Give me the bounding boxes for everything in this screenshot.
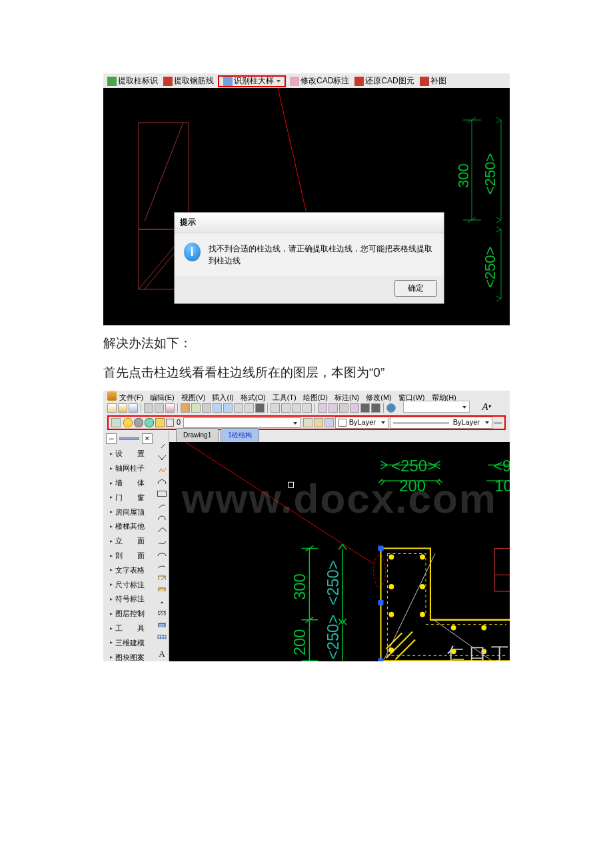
toolbar-separator [383,403,384,413]
copy-icon[interactable] [181,403,190,413]
tb-recognize-column-detail[interactable]: 识别柱大样 [218,75,286,87]
sidebar-item[interactable]: 剖 面 [103,549,155,563]
line-icon[interactable] [157,443,167,448]
restore-icon [354,77,364,86]
svg-point-56 [451,625,456,631]
zoome-icon[interactable] [281,403,291,413]
sidebar-item[interactable]: 三维建模 [103,636,155,651]
point-icon[interactable] [157,598,167,603]
supplement-icon [420,77,429,86]
rect-icon[interactable] [157,491,167,497]
layer-plot-icon[interactable] [155,418,165,427]
make-block-icon[interactable] [157,587,167,592]
tab-drawing1[interactable]: Drawing1 [176,428,219,442]
circle-icon[interactable] [157,515,167,520]
shot1-cad-canvas: 300 <250> <250> 提示 [103,88,510,325]
polyline-icon[interactable] [157,467,167,472]
dialog-ok-button[interactable]: 确定 [394,280,437,297]
sidebar-close-icon[interactable]: ✕ [142,433,153,444]
layer-iso-icon[interactable] [324,418,334,427]
tab-active[interactable]: 1砼结构 [221,428,259,442]
zoom-icon[interactable] [245,403,254,413]
tb-extract-column-id[interactable]: 提取柱标识 [106,74,159,89]
region-icon[interactable] [157,622,167,627]
angle-250b: <250> [324,615,342,660]
svg-point-27 [158,553,166,556]
tb-supplement[interactable]: 补图 [418,74,448,89]
table-icon[interactable] [157,634,167,639]
text-style-combo[interactable] [403,401,470,413]
svg-line-41 [176,442,374,564]
svg-line-18 [496,296,501,299]
tb-label: 还原CAD图元 [365,74,414,89]
layer-icon[interactable] [318,403,327,413]
svg-line-35 [162,615,165,615]
svg-point-31 [161,602,163,603]
sidebar-item[interactable]: 墙 体 [103,476,155,491]
print-icon[interactable] [144,403,153,413]
xline-icon[interactable] [157,455,167,460]
tb-restore-cad-elem[interactable]: 还原CAD图元 [353,74,415,89]
sidebar-item[interactable]: 房间屋顶 [103,505,155,520]
message-dialog: 提示 i 找不到合适的柱边线，请正确提取柱边线，您可能把表格线提取到柱边线 确定 [174,212,444,304]
pan-icon[interactable] [234,403,243,413]
undo-icon[interactable] [213,403,222,413]
open-icon[interactable] [118,403,127,413]
svg-line-19 [496,299,501,301]
cut-icon[interactable] [165,403,175,413]
layer-state-icon[interactable] [314,418,323,427]
tb-extract-rebar-line[interactable]: 提取钢筋线 [162,74,215,89]
spline-icon[interactable] [157,539,167,544]
linetype-combo[interactable]: ByLayer [390,417,492,429]
sidebar-item[interactable]: 立 面 [103,534,155,549]
sidebar-item[interactable]: 文字表格 [103,563,155,578]
sidebar-item[interactable]: 轴网柱子 [103,461,155,476]
arc-icon[interactable] [157,503,167,509]
ellipse-icon[interactable] [157,551,167,556]
svg-line-61 [386,633,402,649]
layer-mgr-icon[interactable] [111,418,121,427]
polygon-icon[interactable] [157,479,167,484]
sidebar-item[interactable]: 门 窗 [103,491,155,505]
toolbar-separator [177,403,178,413]
units-icon[interactable] [350,403,359,413]
sidebar-item[interactable]: 图层控制 [103,607,155,621]
zoomp-icon[interactable] [292,403,301,413]
layer-prev-icon[interactable] [303,418,312,427]
calc-icon[interactable] [360,403,370,413]
sidebar-item[interactable]: 楼梯其他 [103,519,155,534]
help-icon[interactable] [386,403,396,413]
ellipse-arc-icon[interactable] [157,563,167,568]
text-A-icon[interactable]: A [159,646,165,661]
sidebar-item[interactable]: 设 置 [103,447,155,461]
revcloud-icon[interactable] [157,527,167,532]
paste-icon[interactable] [191,403,201,413]
save-icon[interactable] [129,403,138,413]
prop-icon[interactable] [328,403,338,413]
sidebar-collapse-icon[interactable] [106,433,117,444]
dist-icon[interactable] [339,403,348,413]
hatch-icon[interactable] [157,610,167,615]
layer-freeze-icon[interactable] [134,418,143,427]
list-icon[interactable] [371,403,380,413]
sidebar-item[interactable]: 图块图案 [103,651,155,662]
sidebar-item[interactable]: 尺寸标注 [103,578,155,593]
sidebar-item[interactable]: 工 具 [103,621,155,636]
redo-icon[interactable] [223,403,233,413]
zoomr-icon[interactable] [303,403,312,413]
shot2-cad-canvas[interactable]: www.docx.com <250> 200 <9 10 [169,442,510,661]
preview-icon[interactable] [155,403,164,413]
cmd-icon[interactable] [255,403,265,413]
tb-modify-cad-dim[interactable]: 修改CAD标注 [289,74,350,89]
sidebar-item[interactable]: 符号标注 [103,592,155,607]
svg-line-14 [496,220,501,223]
zoomw-icon[interactable] [271,403,280,413]
insert-icon[interactable] [157,575,167,580]
text-style-A[interactable]: A▾ [476,401,496,413]
match-icon[interactable] [202,403,211,413]
layer-lock-icon[interactable] [145,418,154,427]
layer-on-icon[interactable] [123,418,133,427]
new-icon[interactable] [107,403,117,413]
color-combo[interactable]: ByLayer [335,417,388,429]
layer-combo[interactable] [183,417,301,428]
